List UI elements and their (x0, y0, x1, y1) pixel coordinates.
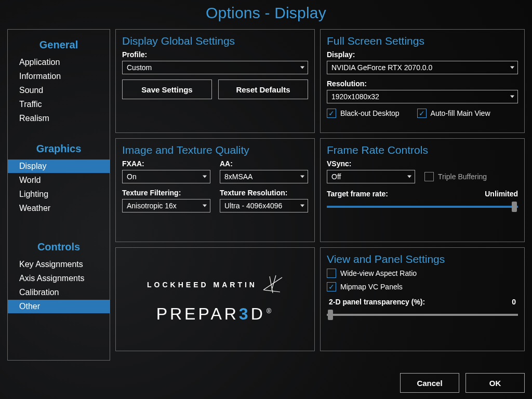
panel-title-itq: Image and Texture Quality (122, 144, 308, 156)
panel-logo: LOCKHEED MARTIN PREPAR3D® (115, 247, 315, 351)
slider-track-line (327, 206, 518, 208)
label-profile: Profile: (122, 50, 308, 59)
label-aa: AA: (220, 159, 308, 168)
sidebar-item-sound[interactable]: Sound (8, 84, 110, 97)
panel-view-panel-settings: View and Panel Settings Wide-view Aspect… (320, 247, 525, 351)
checkbox-icon: ✓ (327, 109, 336, 118)
select-display-value: NVIDIA GeForce RTX 2070.0.0 (331, 63, 432, 72)
checkbox-wideview-label: Wide-view Aspect Ratio (340, 269, 417, 277)
prepar3d-pre: PREPAR (156, 304, 239, 323)
logo-company-text: LOCKHEED MARTIN (147, 281, 257, 289)
sidebar-item-axis-assignments[interactable]: Axis Assignments (8, 272, 110, 285)
slider-2d-transparency[interactable] (327, 309, 518, 321)
label-vsync: VSync: (327, 159, 415, 168)
prepar3d-post: D (251, 304, 265, 323)
panel-full-screen-settings: Full Screen Settings Display: NVIDIA GeF… (320, 29, 525, 133)
checkbox-icon (327, 269, 336, 278)
select-texture-resolution[interactable]: Ultra - 4096x4096 (220, 199, 308, 212)
sidebar: General Application Information Sound Tr… (7, 29, 110, 361)
prepar3d-logo: PREPAR3D® (156, 304, 274, 324)
select-fxaa[interactable]: On (122, 170, 210, 183)
checkbox-triple-label: Triple Buffering (438, 172, 487, 181)
value-2d-transparency: 0 (512, 298, 516, 306)
chevron-down-icon (203, 176, 207, 178)
chevron-down-icon (510, 66, 514, 69)
checkbox-autofill-label: Auto-fill Main View (431, 109, 490, 117)
save-settings-button[interactable]: Save Settings (122, 79, 212, 99)
registered-mark: ® (267, 307, 274, 315)
checkbox-triple-buffering[interactable]: Triple Buffering (424, 172, 487, 181)
chevron-down-icon (510, 96, 514, 98)
select-profile-value: Custom (127, 63, 152, 72)
cancel-button[interactable]: Cancel (400, 373, 459, 393)
sidebar-item-other[interactable]: Other (8, 300, 110, 313)
label-display: Display: (327, 50, 518, 59)
sidebar-item-key-assignments[interactable]: Key Assignments (8, 258, 110, 271)
lockheed-martin-logo: LOCKHEED MARTIN (147, 274, 283, 295)
sidebar-item-application[interactable]: Application (8, 56, 110, 69)
checkbox-blackout-label: Black-out Desktop (340, 109, 400, 117)
checkbox-icon: ✓ (417, 109, 427, 118)
ok-button[interactable]: OK (466, 373, 525, 393)
select-vsync-value: Off (331, 172, 341, 181)
reset-defaults-button[interactable]: Reset Defaults (218, 79, 308, 99)
select-aa-value: 8xMSAA (224, 172, 252, 181)
select-texture-filtering[interactable]: Anisotropic 16x (122, 199, 210, 212)
window-title: Options - Display (0, 0, 532, 24)
sidebar-item-realism[interactable]: Realism (8, 112, 110, 125)
label-2d-transparency: 2-D panel transparency (%): (329, 298, 425, 306)
select-vsync[interactable]: Off (327, 170, 415, 183)
slider-track-line (327, 314, 518, 316)
panel-title-vps: View and Panel Settings (327, 253, 518, 265)
slider-target-frame-rate[interactable] (327, 201, 518, 212)
sidebar-item-calibration[interactable]: Calibration (8, 286, 110, 299)
label-texture-resolution: Texture Resolution: (220, 189, 308, 197)
checkbox-blackout-desktop[interactable]: ✓ Black-out Desktop (327, 109, 400, 118)
checkbox-icon (424, 172, 434, 181)
star-icon (262, 274, 283, 295)
sidebar-item-lighting[interactable]: Lighting (8, 188, 110, 201)
label-target-frame-rate: Target frame rate: (327, 190, 388, 198)
select-profile[interactable]: Custom (122, 61, 308, 74)
label-texture-filtering: Texture Filtering: (122, 189, 210, 197)
sidebar-item-display[interactable]: Display (8, 159, 110, 173)
chevron-down-icon (300, 176, 304, 178)
select-tr-value: Ultra - 4096x4096 (224, 202, 282, 210)
select-aa[interactable]: 8xMSAA (220, 170, 308, 183)
label-fxaa: FXAA: (122, 159, 210, 168)
panel-title-frc: Frame Rate Controls (327, 144, 518, 156)
panel-image-texture-quality: Image and Texture Quality FXAA: On AA: 8… (115, 138, 315, 242)
panel-title-fss: Full Screen Settings (327, 35, 518, 47)
slider-thumb[interactable] (328, 310, 333, 320)
checkbox-autofill-main-view[interactable]: ✓ Auto-fill Main View (417, 109, 490, 118)
slider-thumb[interactable] (512, 202, 517, 212)
sidebar-heading-graphics: Graphics (8, 137, 110, 159)
checkbox-mipmap-label: Mipmap VC Panels (340, 283, 403, 291)
checkbox-wideview-aspect[interactable]: Wide-view Aspect Ratio (327, 269, 518, 278)
footer-buttons: Cancel OK (400, 373, 525, 393)
checkbox-mipmap-vc-panels[interactable]: ✓ Mipmap VC Panels (327, 282, 518, 291)
panel-frame-rate-controls: Frame Rate Controls VSync: Off Triple Bu… (320, 138, 525, 242)
sidebar-item-weather[interactable]: Weather (8, 202, 110, 215)
select-display[interactable]: NVIDIA GeForce RTX 2070.0.0 (327, 61, 518, 74)
select-fxaa-value: On (127, 172, 137, 181)
checkbox-icon: ✓ (327, 282, 336, 291)
panel-global-settings: Display Global Settings Profile: Custom … (115, 29, 315, 133)
sidebar-item-world[interactable]: World (8, 174, 110, 187)
chevron-down-icon (203, 205, 207, 207)
panel-title-global: Display Global Settings (122, 35, 308, 47)
select-resolution[interactable]: 1920x1080x32 (327, 90, 518, 103)
chevron-down-icon (300, 66, 304, 69)
select-tf-value: Anisotropic 16x (127, 202, 177, 210)
sidebar-heading-general: General (8, 33, 110, 55)
prepar3d-three: 3 (239, 304, 251, 323)
sidebar-item-traffic[interactable]: Traffic (8, 98, 110, 111)
value-target-frame-rate: Unlimited (485, 190, 518, 198)
chevron-down-icon (407, 176, 411, 178)
label-resolution: Resolution: (327, 79, 518, 88)
sidebar-item-information[interactable]: Information (8, 70, 110, 83)
sidebar-heading-controls: Controls (8, 235, 110, 257)
select-resolution-value: 1920x1080x32 (331, 92, 379, 101)
chevron-down-icon (300, 205, 304, 207)
